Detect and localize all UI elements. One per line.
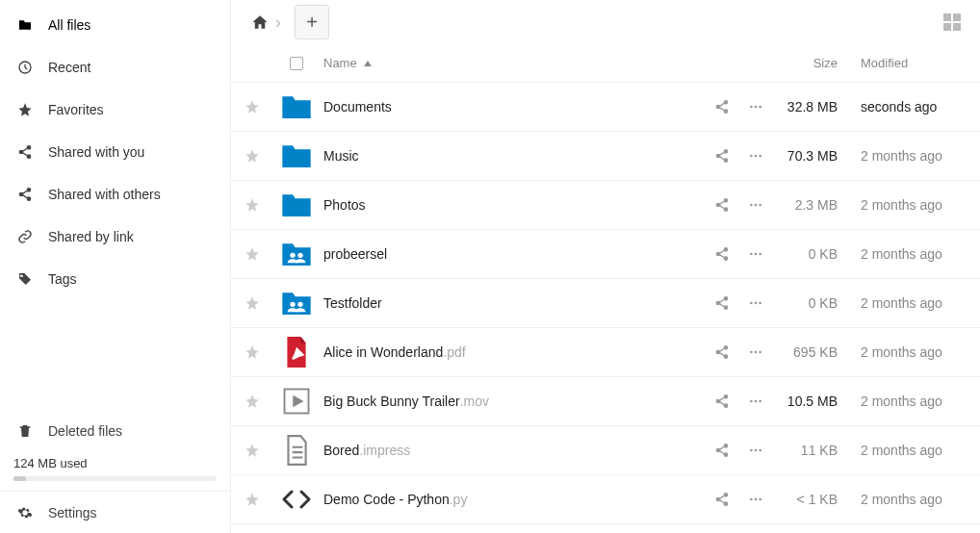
- file-name[interactable]: Bored.impress: [323, 443, 410, 458]
- share-icon[interactable]: [714, 246, 730, 262]
- file-size: 32.8 MB: [787, 99, 838, 114]
- sort-asc-icon: [363, 59, 373, 68]
- nav-item-shared-with-others[interactable]: Shared with others: [0, 173, 230, 216]
- svg-point-35: [297, 302, 302, 307]
- view-toggle-grid[interactable]: [943, 13, 961, 31]
- svg-point-31: [750, 253, 753, 256]
- share-icon[interactable]: [714, 393, 730, 409]
- table-row[interactable]: Music70.3 MB2 months ago: [231, 132, 980, 181]
- table-row[interactable]: Big Buck Bunny Trailer.mov10.5 MB2 month…: [231, 377, 980, 426]
- file-type-icon: [281, 435, 312, 466]
- svg-point-18: [755, 155, 758, 158]
- favorite-star-icon[interactable]: [245, 492, 260, 507]
- grid-cell-icon: [943, 23, 951, 31]
- file-modified: 2 months ago: [861, 246, 942, 262]
- share-icon[interactable]: [714, 295, 730, 311]
- nav-item-favorites[interactable]: Favorites: [0, 89, 230, 131]
- file-modified: seconds ago: [861, 99, 937, 114]
- folder-icon: [13, 17, 37, 33]
- more-icon[interactable]: [747, 443, 764, 458]
- table-body: Documents32.8 MBseconds agoMusic70.3 MB2…: [231, 83, 980, 524]
- file-name[interactable]: Big Buck Bunny Trailer.mov: [323, 393, 489, 409]
- select-all-checkbox[interactable]: [290, 57, 303, 70]
- favorite-star-icon[interactable]: [245, 344, 260, 360]
- svg-point-34: [290, 302, 295, 307]
- favorite-star-icon[interactable]: [245, 197, 260, 213]
- svg-point-39: [750, 302, 753, 305]
- file-name[interactable]: Music: [323, 148, 359, 164]
- nav-item-recent[interactable]: Recent: [0, 46, 230, 89]
- plus-icon: +: [306, 12, 318, 34]
- favorite-star-icon[interactable]: [245, 443, 260, 458]
- table-row[interactable]: Photos2.3 MB2 months ago: [231, 181, 980, 230]
- favorite-star-icon[interactable]: [245, 148, 260, 164]
- share-icon[interactable]: [714, 148, 730, 164]
- gear-icon: [13, 505, 37, 520]
- column-header-name[interactable]: Name: [320, 56, 678, 70]
- share-icon: [13, 187, 37, 202]
- more-icon[interactable]: [747, 393, 764, 409]
- nav-item-all-files[interactable]: All files: [0, 4, 230, 46]
- table-row[interactable]: Demo Code - Python.py< 1 KB2 months ago: [231, 475, 980, 524]
- more-icon[interactable]: [747, 197, 764, 213]
- more-icon[interactable]: [747, 295, 764, 311]
- table-row[interactable]: Testfolder0 KB2 months ago: [231, 279, 980, 328]
- share-icon[interactable]: [714, 99, 730, 114]
- nav-item-label: Favorites: [48, 102, 104, 117]
- svg-point-24: [755, 204, 758, 207]
- nav-item-label: Tags: [48, 271, 77, 287]
- share-icon[interactable]: [714, 492, 730, 507]
- file-size: 0 KB: [809, 295, 838, 311]
- more-icon[interactable]: [747, 148, 764, 164]
- file-modified: 2 months ago: [861, 492, 942, 507]
- svg-point-12: [755, 106, 758, 109]
- file-type-icon: [281, 190, 312, 220]
- nav-settings[interactable]: Settings: [0, 491, 230, 533]
- file-name[interactable]: Alice in Wonderland.pdf: [323, 344, 466, 360]
- nav-item-shared-by-link[interactable]: Shared by link: [0, 216, 230, 258]
- more-icon[interactable]: [747, 99, 764, 114]
- svg-point-40: [755, 302, 758, 305]
- table-row[interactable]: Documents32.8 MBseconds ago: [231, 83, 980, 132]
- file-type-icon: [281, 386, 312, 417]
- favorite-star-icon[interactable]: [245, 246, 260, 262]
- file-size: 2.3 MB: [795, 197, 838, 213]
- new-button[interactable]: +: [295, 5, 329, 39]
- share-icon[interactable]: [714, 443, 730, 458]
- more-icon[interactable]: [747, 246, 764, 262]
- share-icon[interactable]: [714, 197, 730, 213]
- file-modified: 2 months ago: [861, 443, 942, 458]
- breadcrumb-home[interactable]: [250, 13, 270, 32]
- file-name[interactable]: Testfolder: [323, 295, 382, 311]
- file-modified: 2 months ago: [861, 393, 942, 409]
- favorite-star-icon[interactable]: [245, 393, 260, 409]
- file-name[interactable]: probeersel: [323, 246, 387, 262]
- quota-bar: [13, 476, 217, 481]
- column-header-modified[interactable]: Modified: [861, 56, 967, 70]
- nav-item-shared-with-you[interactable]: Shared with you: [0, 131, 230, 173]
- svg-point-23: [750, 204, 753, 207]
- link-icon: [13, 229, 37, 244]
- svg-point-54: [759, 400, 761, 403]
- table-row[interactable]: probeersel0 KB2 months ago: [231, 230, 980, 279]
- home-icon: [251, 13, 269, 31]
- table-row[interactable]: Alice in Wonderland.pdf695 KB2 months ag…: [231, 328, 980, 377]
- nav-deleted-files[interactable]: Deleted files: [0, 412, 230, 450]
- nav-item-tags[interactable]: Tags: [0, 258, 230, 300]
- svg-point-13: [759, 106, 761, 109]
- favorite-star-icon[interactable]: [245, 295, 260, 311]
- favorite-star-icon[interactable]: [245, 99, 260, 114]
- column-header-size[interactable]: Size: [764, 56, 861, 70]
- file-name[interactable]: Documents: [323, 99, 392, 114]
- quota-block: 124 MB used: [0, 450, 230, 491]
- nav-item-label: Shared with you: [48, 144, 144, 160]
- more-icon[interactable]: [747, 492, 764, 507]
- table-row[interactable]: Bored.impress11 KB2 months ago: [231, 426, 980, 475]
- svg-point-26: [290, 253, 295, 258]
- file-type-icon: [281, 239, 312, 269]
- file-name[interactable]: Photos: [323, 197, 366, 213]
- file-type-icon: [281, 140, 312, 171]
- more-icon[interactable]: [747, 344, 764, 360]
- share-icon[interactable]: [714, 344, 730, 360]
- file-name[interactable]: Demo Code - Python.py: [323, 492, 467, 507]
